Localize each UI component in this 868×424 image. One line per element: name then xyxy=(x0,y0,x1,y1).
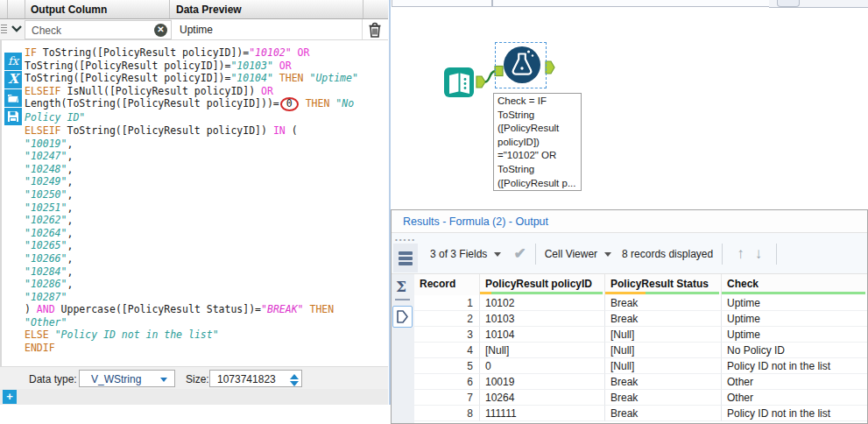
table-row[interactable]: 210103BreakUptime xyxy=(414,311,867,327)
add-expression-button[interactable]: + xyxy=(3,390,17,404)
table-cell[interactable]: No Policy ID xyxy=(722,343,867,358)
chevron-down-icon[interactable] xyxy=(604,252,611,257)
input-data-tool[interactable] xyxy=(444,67,474,97)
table-row[interactable]: 50[Null]Policy ID not in the list xyxy=(414,358,867,374)
formula-output-anchor[interactable] xyxy=(546,61,554,74)
size-stepper[interactable] xyxy=(290,372,299,388)
table-cell[interactable]: 6 xyxy=(414,374,480,390)
chevron-down-icon[interactable] xyxy=(494,252,501,257)
table-cell[interactable]: Break xyxy=(605,311,722,327)
table-cell[interactable]: 10019 xyxy=(480,374,605,390)
column-header[interactable]: PolicyResult policyID xyxy=(480,274,605,295)
code-line: "10266", xyxy=(25,252,387,265)
size-label: Size: xyxy=(186,373,209,385)
table-cell[interactable]: 5 xyxy=(414,358,480,374)
code-line: "10251", xyxy=(25,201,387,215)
column-header[interactable]: Record xyxy=(414,274,480,295)
code-line: "10264", xyxy=(25,227,387,240)
step-down-icon[interactable] xyxy=(290,381,299,386)
column-header[interactable]: PolicyResult Status xyxy=(605,274,722,295)
table-cell[interactable]: Uptime xyxy=(722,311,867,327)
results-title: Results - Formula (2) - Output xyxy=(392,210,867,233)
scroll-up-icon[interactable]: ↑ xyxy=(737,245,745,263)
scroll-down-icon[interactable]: ↓ xyxy=(755,245,763,263)
input-tool-output-anchor[interactable] xyxy=(476,76,485,88)
folder-open-icon[interactable] xyxy=(4,89,22,107)
code-line: Policy ID" xyxy=(25,111,387,124)
metadata-view-icon[interactable]: Σ xyxy=(396,278,406,295)
delete-expression-button[interactable] xyxy=(363,19,388,39)
table-cell[interactable]: 1 xyxy=(414,295,480,311)
size-input[interactable]: 1073741823 xyxy=(209,370,302,387)
drag-grip-icon[interactable] xyxy=(1,25,7,35)
table-cell[interactable]: 10104 xyxy=(480,327,605,343)
table-cell[interactable]: [Null] xyxy=(605,358,722,374)
functions-icon[interactable]: fx xyxy=(4,53,22,70)
table-row[interactable]: 710264BreakOther xyxy=(414,390,867,406)
tooltip-line: policyID]) xyxy=(498,136,577,150)
table-row[interactable]: 8111111BreakPolicy ID not in the list xyxy=(414,406,867,421)
table-row[interactable]: 310104[Null]Uptime xyxy=(414,327,867,343)
results-toolbar: ••••• 3 of 3 Fields ✔ Cell Viewer 8 reco… xyxy=(392,233,867,274)
formula-code[interactable]: IF ToString([PolicyResult policyID])="10… xyxy=(25,46,387,355)
tool-selection-box xyxy=(495,42,547,88)
step-up-icon[interactable] xyxy=(290,374,299,379)
table-row[interactable]: 610019BreakOther xyxy=(414,374,867,390)
table-cell[interactable]: Uptime xyxy=(722,295,867,311)
table-cell[interactable]: 10264 xyxy=(480,390,605,406)
code-line: Length(ToString([PolicyResult policyID])… xyxy=(25,97,387,111)
data-view-toggle[interactable] xyxy=(392,306,413,328)
trash-icon xyxy=(368,22,382,38)
data-type-select[interactable]: V_WString xyxy=(79,370,175,387)
table-cell[interactable]: 2 xyxy=(414,311,480,327)
data-preview-value: Uptime xyxy=(172,19,363,39)
table-cell[interactable]: 8 xyxy=(414,406,480,421)
cell-viewer-dropdown[interactable]: Cell Viewer xyxy=(545,248,597,260)
table-cell[interactable]: 111111 xyxy=(480,406,605,421)
expression-row: Check ✕ Uptime xyxy=(0,19,388,40)
toolbar-drag-handle[interactable]: ••••• xyxy=(395,236,416,244)
table-cell[interactable]: Break xyxy=(605,295,722,311)
table-cell[interactable]: 4 xyxy=(414,343,480,358)
code-line: ELSE "Policy ID not in the list" xyxy=(25,329,387,342)
code-line: ToString([PolicyResult policyID])="10103… xyxy=(25,60,387,73)
clear-column-icon[interactable]: ✕ xyxy=(154,24,167,37)
table-cell[interactable]: Uptime xyxy=(722,327,867,343)
code-line: "10249", xyxy=(25,175,387,188)
table-row[interactable]: 110102BreakUptime xyxy=(414,295,867,311)
save-icon[interactable] xyxy=(4,108,22,125)
table-cell[interactable]: 7 xyxy=(414,390,480,406)
table-cell[interactable]: Break xyxy=(605,374,722,390)
table-row[interactable]: 4[Null][Null]No Policy ID xyxy=(414,343,867,358)
table-cell[interactable]: Policy ID not in the list xyxy=(722,358,867,374)
table-cell[interactable]: 10103 xyxy=(480,311,605,327)
tooltip-line: ="10102" OR xyxy=(498,149,577,163)
apply-check-icon[interactable]: ✔ xyxy=(513,244,526,263)
fields-dropdown[interactable]: 3 of 3 Fields xyxy=(430,248,487,260)
table-cell[interactable]: [Null] xyxy=(605,343,722,358)
workflow-canvas[interactable] xyxy=(391,0,868,204)
table-cell[interactable]: Break xyxy=(605,406,722,421)
table-cell[interactable]: [Null] xyxy=(605,327,722,343)
code-line: "10265", xyxy=(25,239,387,252)
output-column-input[interactable]: Check xyxy=(25,20,172,39)
table-cell[interactable]: 10102 xyxy=(480,295,605,311)
expand-expression-button[interactable] xyxy=(9,21,25,39)
table-cell[interactable]: Other xyxy=(722,374,867,390)
formula-editor[interactable]: fx X IF ToString([PolicyResult policyID]… xyxy=(0,40,388,366)
table-cell[interactable]: [Null] xyxy=(480,343,605,358)
table-cell[interactable]: Other xyxy=(722,390,867,406)
table-cell[interactable]: 3 xyxy=(414,327,480,343)
table-cell[interactable]: Policy ID not in the list xyxy=(722,406,867,421)
layout-toggle-button[interactable] xyxy=(393,244,418,272)
records-displayed-label: 8 records displayed xyxy=(622,248,713,260)
table-cell[interactable]: Break xyxy=(605,390,722,406)
column-header[interactable]: Check xyxy=(722,274,867,295)
table-cell[interactable]: 0 xyxy=(480,358,605,374)
variables-icon[interactable]: X xyxy=(4,71,22,88)
data-type-value: V_WString xyxy=(91,373,141,385)
formula-panel-header: Output Column Data Preview xyxy=(0,0,388,19)
tooltip-line: ([PolicyResult p... xyxy=(498,177,577,191)
code-line: "10250", xyxy=(25,188,387,201)
code-line: "10287" xyxy=(25,291,387,304)
